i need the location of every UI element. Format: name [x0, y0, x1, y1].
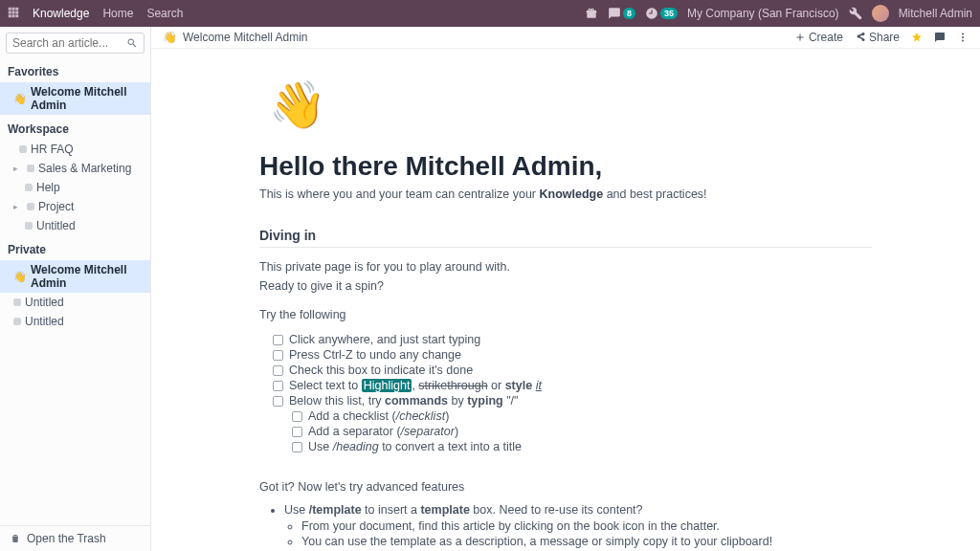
checklist-item[interactable]: Press Ctrl-Z to undo any change: [259, 347, 872, 363]
paragraph: Got it? Now let's try advanced features: [259, 477, 872, 496]
subtitle: This is where you and your team can cent…: [259, 187, 872, 201]
article-body: 👋 Hello there Mitchell Admin, This is wh…: [221, 49, 910, 551]
svg-rect-5: [15, 11, 18, 13]
messages-icon[interactable]: 8: [608, 7, 635, 20]
paragraph: This private page is for you to play aro…: [259, 257, 872, 276]
svg-rect-3: [9, 11, 11, 13]
content-header: 👋 Welcome Mitchell Admin Create Share: [151, 27, 980, 49]
wave-icon: 👋: [13, 271, 27, 283]
svg-rect-6: [9, 14, 11, 17]
sidebar-item-label: Project: [38, 200, 74, 213]
checkbox[interactable]: [273, 396, 283, 407]
breadcrumb[interactable]: 👋 Welcome Mitchell Admin: [163, 31, 308, 44]
sidebar-item-sales[interactable]: ▸Sales & Marketing: [0, 159, 150, 178]
sidebar-item-label: Untitled: [25, 296, 64, 309]
checklist-item[interactable]: Add a checklist (/checklist): [259, 408, 872, 424]
checkbox[interactable]: [273, 365, 283, 376]
paragraph: Try the following: [259, 305, 872, 324]
app-name[interactable]: Knowledge: [33, 7, 89, 20]
caret-icon: ▸: [13, 202, 23, 211]
company-selector[interactable]: My Company (San Francisco): [687, 7, 839, 20]
sidebar-item-label: Untitled: [36, 219, 76, 232]
page-title: Hello there Mitchell Admin,: [259, 151, 872, 182]
checkbox[interactable]: [292, 427, 302, 437]
svg-rect-4: [12, 11, 15, 13]
favorite-star[interactable]: [911, 32, 923, 43]
checklist-item[interactable]: Click anywhere, and just start typing: [259, 332, 872, 347]
settings-icon[interactable]: [849, 7, 862, 20]
svg-rect-2: [15, 7, 18, 10]
wave-icon: 👋: [13, 93, 27, 105]
svg-point-11: [962, 40, 964, 42]
open-trash[interactable]: Open the Trash: [0, 525, 150, 551]
sidebar-item-hr[interactable]: HR FAQ: [0, 140, 150, 159]
wave-icon: 👋: [163, 31, 177, 44]
dot-icon: [13, 318, 21, 325]
svg-rect-0: [9, 7, 11, 10]
dot-icon: [13, 298, 21, 306]
checklist-item[interactable]: Check this box to indicate it's done: [259, 363, 872, 378]
search-icon: [126, 37, 138, 49]
breadcrumb-label: Welcome Mitchell Admin: [183, 31, 308, 44]
list-item: From your document, find this article by…: [301, 518, 872, 534]
sidebar-item-label: Untitled: [25, 315, 64, 328]
section-diving: Diving in: [259, 228, 872, 248]
svg-rect-1: [12, 7, 15, 10]
sidebar-item-project[interactable]: ▸Project: [0, 197, 150, 216]
search-input[interactable]: [12, 36, 126, 50]
nav-search[interactable]: Search: [146, 7, 183, 20]
caret-icon: ▸: [13, 164, 23, 173]
sidebar-item-untitled[interactable]: Untitled: [0, 293, 150, 312]
checkbox[interactable]: [292, 442, 302, 452]
dot-icon: [27, 203, 34, 210]
trash-icon: [10, 533, 21, 544]
svg-point-9: [962, 33, 964, 35]
paragraph: Ready to give it a spin?: [259, 276, 872, 296]
checklist-item[interactable]: Use /heading to convert a text into a ti…: [259, 439, 872, 454]
sidebar-item-label: HR FAQ: [31, 143, 74, 156]
sidebar-search[interactable]: [6, 33, 145, 54]
svg-rect-7: [12, 14, 15, 17]
dot-icon: [25, 184, 33, 191]
sidebar-item-favorite[interactable]: 👋 Welcome Mitchell Admin: [0, 82, 150, 115]
activities-icon[interactable]: 35: [645, 7, 678, 20]
list-item: Use /template to insert a template box. …: [284, 502, 872, 550]
sidebar-item-untitled[interactable]: Untitled: [0, 312, 150, 331]
sidebar: Favorites 👋 Welcome Mitchell Admin Works…: [0, 27, 151, 551]
checklist-item[interactable]: Add a separator (/separator): [259, 424, 872, 439]
apps-icon[interactable]: [8, 7, 19, 21]
top-navbar: Knowledge Home Search 8 35 My Company (S…: [0, 0, 980, 27]
checklist-item[interactable]: Below this list, try commands by typing …: [259, 393, 872, 408]
sidebar-item-untitled[interactable]: Untitled: [0, 216, 150, 235]
sidebar-item-welcome[interactable]: 👋Welcome Mitchell Admin: [0, 260, 150, 293]
more-menu[interactable]: [957, 32, 969, 43]
favorites-header: Favorites: [0, 61, 150, 82]
sidebar-item-label: Help: [36, 181, 60, 194]
dot-icon: [27, 165, 34, 172]
checklist-item[interactable]: Select text to Highlight, strikethrough …: [259, 378, 872, 393]
sidebar-item-label: Welcome Mitchell Admin: [31, 263, 145, 290]
sidebar-item-label: Sales & Marketing: [38, 162, 131, 175]
checkbox[interactable]: [273, 381, 283, 391]
workspace-header: Workspace: [0, 119, 150, 140]
chat-icon[interactable]: [934, 32, 946, 43]
gift-icon[interactable]: [585, 7, 598, 20]
nav-home[interactable]: Home: [102, 7, 133, 20]
create-button[interactable]: Create: [794, 31, 843, 44]
svg-rect-8: [15, 14, 18, 17]
share-button[interactable]: Share: [855, 31, 900, 44]
list-item: You can use the template as a descriptio…: [301, 534, 872, 549]
avatar[interactable]: [872, 5, 889, 22]
private-header: Private: [0, 239, 150, 260]
sidebar-item-help[interactable]: Help: [0, 178, 150, 197]
dot-icon: [25, 222, 33, 230]
dot-icon: [19, 145, 27, 153]
user-name[interactable]: Mitchell Admin: [899, 7, 972, 20]
trash-label: Open the Trash: [27, 532, 106, 545]
hero-wave-icon: 👋: [269, 77, 872, 132]
checkbox[interactable]: [273, 335, 283, 345]
checkbox[interactable]: [292, 411, 302, 422]
checkbox[interactable]: [273, 350, 283, 361]
svg-point-10: [962, 36, 964, 38]
sidebar-item-label: Welcome Mitchell Admin: [31, 85, 145, 112]
